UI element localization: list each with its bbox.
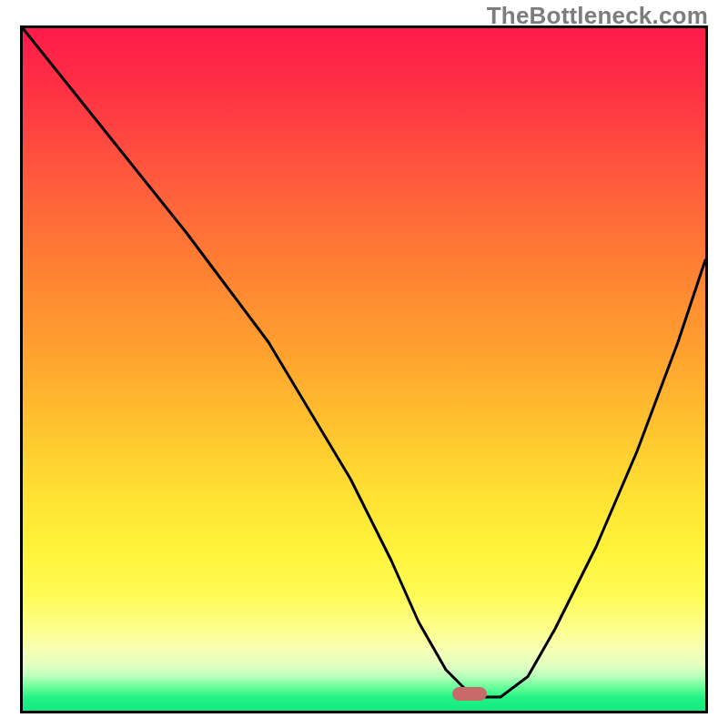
bottleneck-curve bbox=[23, 28, 705, 711]
plot-area bbox=[20, 25, 708, 713]
optimal-point-marker bbox=[452, 687, 487, 701]
chart-frame: TheBottleneck.com bbox=[0, 0, 728, 728]
